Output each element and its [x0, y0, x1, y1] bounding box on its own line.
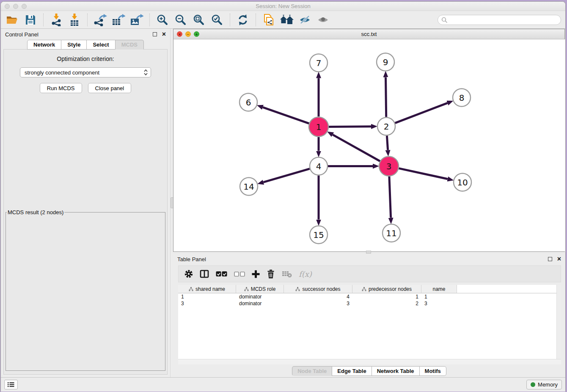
cell-MCDS-role[interactable]: dominator [236, 293, 284, 300]
select-all-columns-icon[interactable] [216, 271, 227, 277]
svg-text:9: 9 [383, 57, 388, 67]
cell-name[interactable]: 3 [421, 300, 457, 307]
memory-button[interactable]: Memory [526, 380, 562, 389]
tab-mcds[interactable]: MCDS [115, 40, 144, 50]
tab-network[interactable]: Network [27, 40, 61, 50]
export-table-icon[interactable] [111, 13, 126, 27]
graph-node-9[interactable]: 9 [377, 53, 394, 71]
cell-shared-name[interactable]: 1 [178, 293, 236, 300]
delete-columns-icon[interactable] [267, 270, 275, 279]
graph-node-10[interactable]: 10 [454, 174, 471, 191]
cell-successor-nodes[interactable]: 4 [284, 293, 352, 300]
optimization-criterion-select[interactable]: strongly connected component [20, 67, 151, 77]
graph-edge-3-1[interactable] [333, 135, 380, 161]
network-view-window: × − + scc.txt 7 9 6 8 1 2 4 3 [173, 29, 565, 252]
table-row[interactable]: 1dominator411 [178, 293, 561, 300]
save-session-icon[interactable] [23, 13, 38, 27]
graph-node-7[interactable]: 7 [310, 54, 328, 72]
column-header-predecessor-nodes[interactable]: predecessor nodes [352, 285, 421, 293]
task-history-button[interactable] [4, 380, 18, 389]
import-network-icon[interactable] [49, 13, 63, 27]
graph-node-3[interactable]: 3 [379, 157, 399, 176]
table-panel-title: Table Panel [177, 256, 206, 262]
hide-graphics-details-icon[interactable] [298, 13, 312, 27]
graph-node-4[interactable]: 4 [310, 157, 328, 175]
task-list-icon [8, 382, 14, 387]
column-header-successor-nodes[interactable]: successor nodes [284, 285, 352, 293]
table-toolbar: f(x) [178, 265, 561, 282]
column-header-shared-name[interactable]: shared name [178, 285, 236, 293]
show-graphics-details-icon[interactable] [316, 13, 330, 27]
table-header-row: shared name MCDS role successor nodes pr… [178, 285, 561, 293]
tab-edge-table[interactable]: Edge Table [332, 366, 372, 376]
graph-node-14[interactable]: 14 [240, 178, 258, 196]
tab-select[interactable]: Select [86, 40, 115, 50]
network-graph[interactable]: 7 9 6 8 1 2 4 3 14 10 15 11 [173, 39, 566, 251]
copy-network-view-icon[interactable] [261, 13, 276, 27]
graph-edge-1-2[interactable] [329, 127, 371, 127]
search-input[interactable] [450, 16, 561, 24]
tab-style[interactable]: Style [61, 40, 87, 50]
graph-edge-4-14[interactable] [264, 169, 310, 182]
graph-node-6[interactable]: 6 [239, 94, 257, 111]
control-panel-tabs: NetworkStyleSelectMCDS [1, 40, 170, 50]
tab-motifs[interactable]: Motifs [419, 366, 446, 376]
graph-node-11[interactable]: 11 [383, 224, 400, 242]
memory-status-icon [531, 382, 535, 387]
cell-predecessor-nodes[interactable]: 1 [352, 293, 421, 300]
refresh-icon[interactable] [236, 13, 250, 27]
float-panel-icon[interactable] [153, 32, 157, 36]
table-horizontal-scrollbar[interactable] [178, 359, 561, 364]
close-table-panel-icon[interactable]: × [557, 257, 561, 261]
svg-text:1: 1 [316, 122, 322, 132]
table-row[interactable]: 3dominator323 [178, 300, 561, 307]
toolbar-separator [43, 14, 44, 26]
zoom-fit-icon[interactable] [192, 13, 206, 27]
graph-edge-2-3[interactable] [387, 136, 388, 150]
app-window: Session: New Session [0, 1, 566, 392]
graph-edge-2-9[interactable] [386, 77, 386, 117]
svg-text:14: 14 [243, 182, 254, 192]
mcds-panel: Optimization criterion: strongly connect… [3, 49, 168, 375]
horizontal-splitter-handle[interactable] [366, 251, 371, 254]
tab-network-table[interactable]: Network Table [372, 366, 420, 376]
show-column-icon[interactable] [200, 270, 209, 278]
graph-node-15[interactable]: 15 [310, 226, 328, 244]
vertical-splitter[interactable] [170, 29, 173, 377]
tab-node-table[interactable]: Node Table [292, 366, 332, 376]
run-mcds-button[interactable]: Run MCDS [40, 83, 82, 93]
graph-edge-2-8[interactable] [395, 103, 448, 123]
cell-successor-nodes[interactable]: 3 [284, 300, 352, 307]
home-layout-icon[interactable] [280, 13, 294, 27]
table-options-icon[interactable] [184, 270, 193, 278]
table-vertical-scrollbar[interactable] [556, 285, 561, 359]
graph-edge-3-10[interactable] [399, 168, 447, 179]
export-image-icon[interactable] [129, 13, 144, 27]
import-table-icon[interactable] [67, 13, 82, 27]
unselect-all-columns-icon[interactable] [234, 271, 245, 277]
column-header-name[interactable]: name [421, 285, 457, 293]
mcds-result-box: MCDS result (2 nodes) 13 [6, 209, 165, 371]
close-panel-icon[interactable]: × [162, 32, 166, 36]
cell-shared-name[interactable]: 3 [178, 300, 236, 307]
graph-edge-3-11[interactable] [389, 177, 391, 218]
export-network-icon[interactable] [93, 13, 107, 27]
delete-table-icon[interactable] [282, 271, 292, 278]
cell-MCDS-role[interactable]: dominator [236, 300, 284, 307]
graph-node-2[interactable]: 2 [377, 118, 395, 135]
float-table-panel-icon[interactable] [548, 257, 552, 261]
graph-node-8[interactable]: 8 [453, 89, 471, 107]
close-panel-button[interactable]: Close panel [88, 83, 132, 93]
main-toolbar [1, 11, 565, 29]
graph-node-1[interactable]: 1 [309, 117, 328, 137]
cell-name[interactable]: 1 [421, 293, 457, 300]
open-session-icon[interactable] [5, 13, 19, 27]
graph-edge-1-6[interactable] [263, 107, 309, 123]
zoom-out-icon[interactable] [173, 13, 188, 27]
svg-text:8: 8 [459, 93, 465, 103]
column-header-MCDS-role[interactable]: MCDS role [236, 285, 284, 293]
cell-predecessor-nodes[interactable]: 2 [352, 300, 421, 307]
zoom-in-icon[interactable] [155, 13, 170, 27]
add-column-icon[interactable] [252, 270, 260, 278]
zoom-selected-icon[interactable] [210, 13, 224, 27]
